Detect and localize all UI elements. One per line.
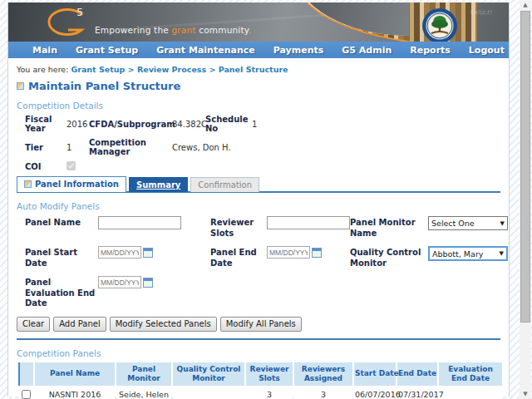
form-buttons: Clear Add Panel Modify Selected Panels M… — [17, 317, 500, 332]
panel-end-date-input[interactable] — [267, 246, 310, 259]
fiscal-year-value: 2016 — [66, 120, 89, 129]
schedule-no-label: Schedule No — [205, 115, 252, 133]
column-header-reviewer-slots: Reviewer Slots — [246, 362, 293, 387]
reviewer-slots-cell: 3 — [246, 386, 293, 399]
nav-item-reports[interactable]: Reports — [401, 45, 460, 56]
clear-button[interactable]: Clear — [17, 317, 50, 332]
schedule-no-value: 1 — [252, 120, 500, 129]
nav-item-main[interactable]: Main — [23, 45, 66, 56]
coi-label: COI — [25, 162, 66, 171]
quality-control-monitor-select[interactable]: Abbott, Mary ▼ — [428, 246, 508, 261]
tab-panel-information-icon — [24, 180, 32, 188]
table-header-row: Panel Name Panel Monitor Quality Control… — [18, 362, 502, 387]
quality-control-monitor-label: Quality Control Monitor — [350, 246, 428, 268]
panel-evaluation-end-date-input[interactable] — [98, 276, 141, 288]
reviewers-assigned-cell: 3 — [294, 386, 352, 399]
panel-monitor-name-label: Panel Monitor Name — [350, 216, 428, 239]
tab-panel-information[interactable]: Panel Information — [17, 176, 126, 192]
modify-all-panels-button[interactable]: Modify All Panels — [220, 317, 302, 332]
competition-manager-label: Competition Manager — [89, 138, 172, 156]
panel-name-label: Panel Name — [25, 216, 98, 229]
panel-monitor-cell: Seide, Helen Y. — [116, 386, 171, 399]
nav-item-g5-admin[interactable]: G5 Admin — [332, 45, 401, 56]
panel-monitor-select[interactable]: Select One ▼ — [428, 216, 508, 230]
reviewer-slots-label: Reviewer Slots — [210, 216, 267, 239]
column-header-reviewers-assigned: Reviewers Assigned — [294, 362, 352, 387]
bookshelf-swoosh-inner — [293, 2, 409, 36]
cfda-value: 84.382C — [172, 120, 205, 129]
panel-start-date-input[interactable] — [98, 246, 141, 259]
scrollbar-up-arrow-icon[interactable]: ▲ — [520, 0, 531, 10]
page-title: Maintain Panel Structure — [17, 80, 500, 92]
tier-label: Tier — [25, 143, 66, 152]
tab-confirmation[interactable]: Confirmation — [190, 177, 259, 192]
section-divider — [17, 338, 500, 340]
breadcrumb: You are here: Grant Setup > Review Proce… — [17, 65, 500, 74]
calendar-icon[interactable] — [143, 278, 153, 288]
breadcrumb-path[interactable]: Grant Setup > Review Process > Panel Str… — [71, 65, 288, 74]
competition-details: Fiscal Year 2016 CFDA/Subprogram 84.382C… — [25, 115, 500, 172]
competition-manager-value: Crews, Don H. — [172, 143, 500, 152]
qc-monitor-cell — [173, 386, 244, 399]
column-header-start-date: Start Date — [354, 362, 396, 387]
scrollbar-thumb[interactable] — [520, 11, 530, 323]
panel-evaluation-end-date-label: Panel Evaluation End Date — [25, 276, 98, 309]
chalkboard-detail: f(x)(z,t) — [470, 9, 491, 16]
competition-panels-heading: Competition Panels — [17, 348, 500, 358]
add-panel-button[interactable]: Add Panel — [53, 317, 106, 332]
nav-item-payments[interactable]: Payments — [264, 45, 333, 56]
select-arrow-icon: ▼ — [500, 220, 505, 227]
department-of-education-seal-icon — [421, 7, 458, 42]
fiscal-year-label: Fiscal Year — [25, 115, 66, 133]
panel-name-input[interactable] — [98, 216, 181, 229]
auto-modify-heading: Auto Modify Panels — [17, 201, 500, 211]
row-select-checkbox[interactable] — [22, 390, 31, 399]
banner: f(x)(z,t) 5 Empowering the grant communi… — [8, 2, 509, 42]
cfda-label: CFDA/Subprogram — [89, 120, 172, 129]
page-container: f(x)(z,t) 5 Empowering the grant communi… — [7, 2, 510, 397]
end-date-cell: 07/31/2017 — [397, 386, 437, 399]
nav-item-grant-setup[interactable]: Grant Setup — [66, 45, 147, 56]
table-row: NASNTI 2016 REVIEW - 1 - 1 Seide, Helen … — [18, 386, 502, 399]
calendar-icon[interactable] — [312, 248, 322, 258]
reviewer-slots-input[interactable] — [267, 216, 350, 229]
page-title-icon — [17, 82, 24, 90]
main-nav: Main Grant Setup Grant Maintenance Payme… — [8, 42, 509, 58]
vertical-scrollbar[interactable]: ▲ ▼ — [520, 0, 531, 399]
modify-selected-panels-button[interactable]: Modify Selected Panels — [110, 317, 217, 332]
scrollbar-down-arrow-icon[interactable]: ▼ — [520, 389, 531, 399]
g5-logo-five: 5 — [76, 6, 83, 18]
panel-end-date-label: Panel End Date — [210, 246, 267, 268]
breadcrumb-prefix: You are here: — [17, 65, 71, 74]
g5-logo-icon: 5 — [43, 6, 93, 39]
auto-modify-form: Panel Name Reviewer Slots Panel Monitor … — [25, 216, 500, 309]
coi-checkbox — [66, 161, 76, 170]
tab-bar: Panel Information Summary Confirmation — [17, 176, 500, 192]
column-header-panel-name: Panel Name — [35, 362, 115, 387]
start-date-cell: 06/07/2016 — [354, 386, 396, 399]
tier-value: 1 — [66, 143, 89, 152]
column-header-qc-monitor: Quality Control Monitor — [173, 362, 244, 387]
calendar-icon[interactable] — [143, 248, 153, 258]
nav-item-logout[interactable]: Logout — [460, 45, 514, 56]
panel-start-date-label: Panel Start Date — [25, 246, 98, 268]
tab-summary[interactable]: Summary — [129, 177, 188, 192]
evaluation-end-date-cell — [439, 386, 502, 399]
select-column-header — [18, 362, 33, 387]
panel-name-cell: NASNTI 2016 REVIEW - 1 - 1 — [35, 386, 115, 399]
competition-panels-table: Panel Name Panel Monitor Quality Control… — [17, 362, 504, 399]
select-arrow-icon: ▼ — [500, 250, 504, 257]
column-header-end-date: End Date — [397, 362, 437, 387]
column-header-evaluation-end-date: Evaluation End Date — [439, 362, 502, 387]
panels-tbody: NASNTI 2016 REVIEW - 1 - 1 Seide, Helen … — [18, 386, 502, 399]
competition-details-heading: Competition Details — [17, 101, 500, 111]
banner-tagline: Empowering the grant community. — [95, 25, 251, 35]
nav-item-grant-maintenance[interactable]: Grant Maintenance — [147, 45, 264, 56]
column-header-panel-monitor: Panel Monitor — [116, 362, 171, 387]
